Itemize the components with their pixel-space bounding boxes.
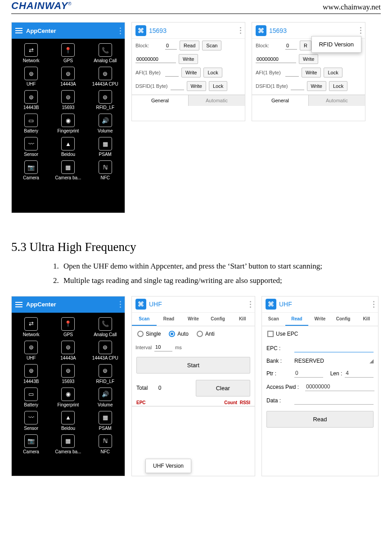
appcenter-item[interactable]: ⊚14443A [50,65,86,88]
appcenter-item[interactable]: ⊚15693 [50,88,86,112]
appcenter-item[interactable]: ℕNFC [87,159,124,182]
appcenter-item[interactable]: ▲Beidou [50,409,86,433]
read-button[interactable]: Read [180,41,199,50]
appcenter-item[interactable]: 📞Analog Call [87,315,124,339]
tab-scan[interactable]: Scan [132,313,157,326]
tab-automatic[interactable]: Automatic [308,95,365,106]
read-button[interactable]: Read [266,411,374,428]
appcenter-item[interactable]: ⇄Network [13,315,50,339]
read-button[interactable]: R [300,41,311,50]
appcenter-item[interactable]: ⊚14443A [50,339,86,362]
overflow-icon[interactable] [373,301,374,308]
pwd-input[interactable] [305,383,374,391]
appcenter-item[interactable]: ⊚14443A CPU [87,65,124,88]
appcenter-item[interactable]: ⊚RFID_LF [87,362,124,386]
tab-general[interactable]: General [252,95,308,106]
afi-lock-button[interactable]: Lock [203,68,222,78]
overflow-icon[interactable] [360,27,361,34]
appcenter-item[interactable]: ▲Beidou [50,135,86,159]
appcenter-item[interactable]: 📷Camera [13,433,50,456]
tab-read[interactable]: Read [285,313,309,326]
tab-kill[interactable]: Kill [355,313,378,326]
len-input[interactable] [345,369,374,378]
radio-auto[interactable]: Auto [169,331,189,337]
appcenter-item[interactable]: ℕNFC [87,433,124,456]
overflow-icon[interactable] [250,301,251,308]
appcenter-item[interactable]: ⊚15693 [50,362,86,386]
tab-write[interactable]: Write [308,313,332,326]
rfid-version-menu[interactable]: RFID Version [311,36,361,53]
appcenter-item[interactable]: ⊚14443B [13,362,50,386]
dsfid-lock-button[interactable]: Lock [329,81,347,91]
overflow-icon[interactable] [240,27,241,34]
appcenter-item[interactable]: ⊚14443A CPU [87,339,124,362]
hamburger-icon[interactable] [15,28,23,33]
screenshot-uhf-scan: ⌘ UHF Scan Read Write Config Kill Single… [131,296,255,476]
dsfid-write-button[interactable]: Write [307,81,326,91]
uhf-version-menu[interactable]: UHF Version [145,459,191,473]
app-icon: ⊚ [99,341,112,354]
dropdown-icon[interactable]: ◢ [369,358,374,364]
afi-input[interactable] [285,68,299,77]
use-epc-checkbox[interactable]: Use EPC [267,331,298,337]
afi-write-button[interactable]: Write [181,68,201,78]
appcenter-item[interactable]: ⊚UHF [13,65,50,88]
dsfid-input[interactable] [171,82,184,90]
data-input[interactable] [256,55,296,63]
afi-lock-button[interactable]: Lock [324,68,342,78]
overflow-icon[interactable] [120,27,121,34]
appcenter-item[interactable]: ▦Camera ba... [50,159,86,182]
start-button[interactable]: Start [136,357,250,374]
appcenter-item[interactable]: 〰Sensor [13,135,50,159]
tab-config[interactable]: Config [332,313,355,326]
tab-kill[interactable]: Kill [230,313,255,326]
data-input[interactable] [135,55,176,63]
clear-button[interactable]: Clear [196,380,250,397]
bank-value[interactable]: RESERVED [294,358,367,364]
appcenter-item[interactable]: ▦PSAM [87,135,124,159]
appcenter-item[interactable]: ▭Battery [13,112,50,135]
interval-input[interactable] [154,343,172,351]
tab-config[interactable]: Config [206,313,230,326]
ptr-input[interactable] [294,369,323,378]
appcenter-item[interactable]: 📞Analog Call [87,41,124,65]
tab-write[interactable]: Write [181,313,206,326]
appcenter-item[interactable]: 🔊Volume [87,386,124,409]
scan-button[interactable]: Scan [202,41,221,50]
appcenter-item[interactable]: ▦Camera ba... [50,433,86,456]
block-input[interactable] [165,41,177,50]
appcenter-item[interactable]: 📍GPS [50,41,86,65]
tab-scan[interactable]: Scan [262,313,285,326]
tab-automatic[interactable]: Automatic [188,95,245,106]
appcenter-item[interactable]: ▦PSAM [87,409,124,433]
block-input[interactable] [285,41,297,50]
radio-single[interactable]: Single [137,331,161,337]
radio-anti[interactable]: Anti [197,331,215,337]
appcenter-item[interactable]: 〰Sensor [13,409,50,433]
appcenter-item[interactable]: ⇄Network [13,41,50,65]
appcenter-item[interactable]: ⊚RFID_LF [87,88,124,112]
tab-general[interactable]: General [132,95,188,106]
tab-read[interactable]: Read [157,313,181,326]
afi-input[interactable] [165,68,179,77]
write-button[interactable]: Write [299,54,318,64]
appcenter-item[interactable]: ⊚UHF [13,339,50,362]
epc-input[interactable] [294,344,374,352]
appcenter-item[interactable]: ⊚14443B [13,88,50,112]
dsfid-input[interactable] [291,82,304,90]
appcenter-item[interactable]: ◉Fingerprint [50,386,86,409]
appcenter-item[interactable]: 📷Camera [13,159,50,182]
appcenter-item[interactable]: ◉Fingerprint [50,112,86,135]
write-button[interactable]: Write [179,54,198,64]
hamburger-icon[interactable] [15,302,23,307]
afi-write-button[interactable]: Write [302,68,321,78]
app-icon: 📞 [99,43,112,57]
appcenter-item[interactable]: ▭Battery [13,386,50,409]
overflow-icon[interactable] [120,301,121,308]
dsfid-lock-button[interactable]: Lock [209,81,227,91]
appcenter-item[interactable]: 📍GPS [50,315,86,339]
data-input[interactable] [294,397,374,405]
dsfid-write-button[interactable]: Write [187,81,206,91]
appcenter-item[interactable]: 🔊Volume [87,112,124,135]
app-label: UHF [27,82,36,87]
